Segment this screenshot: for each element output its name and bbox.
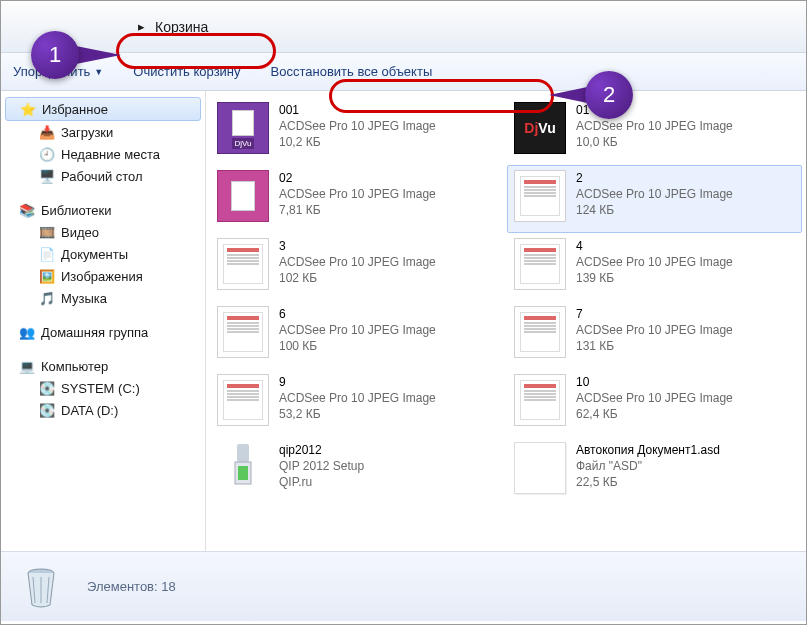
sidebar-item-music[interactable]: 🎵 Музыка <box>1 287 205 309</box>
file-item[interactable]: qip2012QIP 2012 SetupQIP.ru <box>210 437 505 505</box>
file-meta: 3ACDSee Pro 10 JPEG Image102 КБ <box>279 238 436 287</box>
file-meta: 10ACDSee Pro 10 JPEG Image62,4 КБ <box>576 374 733 423</box>
svg-rect-2 <box>238 466 248 480</box>
address-bar: ▸ Корзина <box>1 1 806 53</box>
drive-icon: 💽 <box>39 402 55 418</box>
file-size: 131 КБ <box>576 338 733 354</box>
sidebar-item-recent[interactable]: 🕘 Недавние места <box>1 143 205 165</box>
status-count: Элементов: 18 <box>87 579 176 594</box>
desktop-icon: 🖥️ <box>39 168 55 184</box>
toolbar: Упорядочить ▼ Очистить корзину Восстанов… <box>1 53 806 91</box>
sidebar-item-computer[interactable]: 💻 Компьютер <box>1 355 205 377</box>
star-icon: ⭐ <box>20 101 36 117</box>
sidebar-group-favorites: ⭐ Избранное 📥 Загрузки 🕘 Недавние места … <box>1 97 205 187</box>
file-size: 10,2 КБ <box>279 134 436 150</box>
computer-icon: 💻 <box>19 358 35 374</box>
file-name: 02 <box>279 170 436 186</box>
file-item[interactable]: 3ACDSee Pro 10 JPEG Image102 КБ <box>210 233 505 301</box>
svg-rect-0 <box>237 444 249 462</box>
file-size: 62,4 КБ <box>576 406 733 422</box>
file-type: ACDSee Pro 10 JPEG Image <box>279 390 436 406</box>
file-item[interactable]: Автокопия Документ1.asdФайл "ASD"22,5 КБ <box>507 437 802 505</box>
file-size: 7,81 КБ <box>279 202 436 218</box>
file-meta: Автокопия Документ1.asdФайл "ASD"22,5 КБ <box>576 442 720 491</box>
file-type: ACDSee Pro 10 JPEG Image <box>576 118 733 134</box>
downloads-label: Загрузки <box>61 125 113 140</box>
file-name: qip2012 <box>279 442 364 458</box>
restore-all-button[interactable]: Восстановить все объекты <box>271 64 433 79</box>
sidebar-item-favorites[interactable]: ⭐ Избранное <box>5 97 201 121</box>
file-item[interactable]: DjVu001ACDSee Pro 10 JPEG Image10,2 КБ <box>210 97 505 165</box>
file-meta: 02ACDSee Pro 10 JPEG Image7,81 КБ <box>279 170 436 219</box>
callout-badge-1: 1 <box>31 31 79 79</box>
file-item[interactable]: 2ACDSee Pro 10 JPEG Image124 КБ <box>507 165 802 233</box>
download-icon: 📥 <box>39 124 55 140</box>
file-type: ACDSee Pro 10 JPEG Image <box>576 390 733 406</box>
file-size: QIP.ru <box>279 474 364 490</box>
file-thumbnail <box>217 442 269 494</box>
music-icon: 🎵 <box>39 290 55 306</box>
file-item[interactable]: 4ACDSee Pro 10 JPEG Image139 КБ <box>507 233 802 301</box>
favorites-label: Избранное <box>42 102 108 117</box>
file-size: 102 КБ <box>279 270 436 286</box>
file-meta: 6ACDSee Pro 10 JPEG Image100 КБ <box>279 306 436 355</box>
sidebar-item-desktop[interactable]: 🖥️ Рабочий стол <box>1 165 205 187</box>
images-icon: 🖼️ <box>39 268 55 284</box>
location-label: Корзина <box>155 19 208 35</box>
file-item[interactable]: 6ACDSee Pro 10 JPEG Image100 КБ <box>210 301 505 369</box>
file-type: ACDSee Pro 10 JPEG Image <box>576 186 733 202</box>
restore-label: Восстановить все объекты <box>271 64 433 79</box>
file-name: 9 <box>279 374 436 390</box>
file-item[interactable]: 9ACDSee Pro 10 JPEG Image53,2 КБ <box>210 369 505 437</box>
file-name: 2 <box>576 170 733 186</box>
file-name: 3 <box>279 238 436 254</box>
file-thumbnail <box>514 306 566 358</box>
file-item[interactable]: 10ACDSee Pro 10 JPEG Image62,4 КБ <box>507 369 802 437</box>
sidebar-item-downloads[interactable]: 📥 Загрузки <box>1 121 205 143</box>
sidebar-item-documents[interactable]: 📄 Документы <box>1 243 205 265</box>
file-meta: 9ACDSee Pro 10 JPEG Image53,2 КБ <box>279 374 436 423</box>
file-thumbnail <box>217 306 269 358</box>
chevron-down-icon: ▼ <box>94 67 103 77</box>
file-type: ACDSee Pro 10 JPEG Image <box>576 254 733 270</box>
sidebar-item-homegroup[interactable]: 👥 Домашняя группа <box>1 321 205 343</box>
file-item[interactable]: DjVu01ACDSee Pro 10 JPEG Image10,0 КБ <box>507 97 802 165</box>
recent-icon: 🕘 <box>39 146 55 162</box>
file-size: 124 КБ <box>576 202 733 218</box>
sidebar-item-video[interactable]: 🎞️ Видео <box>1 221 205 243</box>
breadcrumb[interactable]: ▸ Корзина <box>121 15 220 39</box>
homegroup-icon: 👥 <box>19 324 35 340</box>
callout-badge-2: 2 <box>585 71 633 119</box>
file-thumbnail <box>514 170 566 222</box>
file-name: Автокопия Документ1.asd <box>576 442 720 458</box>
recycle-bin-icon <box>19 565 63 609</box>
sidebar-item-system-drive[interactable]: 💽 SYSTEM (C:) <box>1 377 205 399</box>
file-thumbnail: DjVu <box>217 102 269 154</box>
file-meta: 7ACDSee Pro 10 JPEG Image131 КБ <box>576 306 733 355</box>
file-type: ACDSee Pro 10 JPEG Image <box>279 322 436 338</box>
empty-recycle-button[interactable]: Очистить корзину <box>133 64 240 79</box>
file-meta: qip2012QIP 2012 SetupQIP.ru <box>279 442 364 491</box>
file-size: 100 КБ <box>279 338 436 354</box>
empty-label: Очистить корзину <box>133 64 240 79</box>
sidebar-item-images[interactable]: 🖼️ Изображения <box>1 265 205 287</box>
file-thumbnail <box>217 374 269 426</box>
sidebar-group-homegroup: 👥 Домашняя группа <box>1 321 205 343</box>
sidebar-item-libraries[interactable]: 📚 Библиотеки <box>1 199 205 221</box>
video-icon: 🎞️ <box>39 224 55 240</box>
chevron-right-icon: ▸ <box>133 19 149 35</box>
file-grid: DjVu001ACDSee Pro 10 JPEG Image10,2 КБDj… <box>206 91 806 551</box>
file-size: 22,5 КБ <box>576 474 720 490</box>
file-name: 7 <box>576 306 733 322</box>
file-item[interactable]: 02ACDSee Pro 10 JPEG Image7,81 КБ <box>210 165 505 233</box>
main-area: ⭐ Избранное 📥 Загрузки 🕘 Недавние места … <box>1 91 806 551</box>
libraries-icon: 📚 <box>19 202 35 218</box>
file-name: 4 <box>576 238 733 254</box>
file-name: 10 <box>576 374 733 390</box>
file-size: 139 КБ <box>576 270 733 286</box>
sidebar: ⭐ Избранное 📥 Загрузки 🕘 Недавние места … <box>1 91 206 551</box>
file-item[interactable]: 7ACDSee Pro 10 JPEG Image131 КБ <box>507 301 802 369</box>
desktop-label: Рабочий стол <box>61 169 143 184</box>
file-type: Файл "ASD" <box>576 458 720 474</box>
sidebar-item-data-drive[interactable]: 💽 DATA (D:) <box>1 399 205 421</box>
